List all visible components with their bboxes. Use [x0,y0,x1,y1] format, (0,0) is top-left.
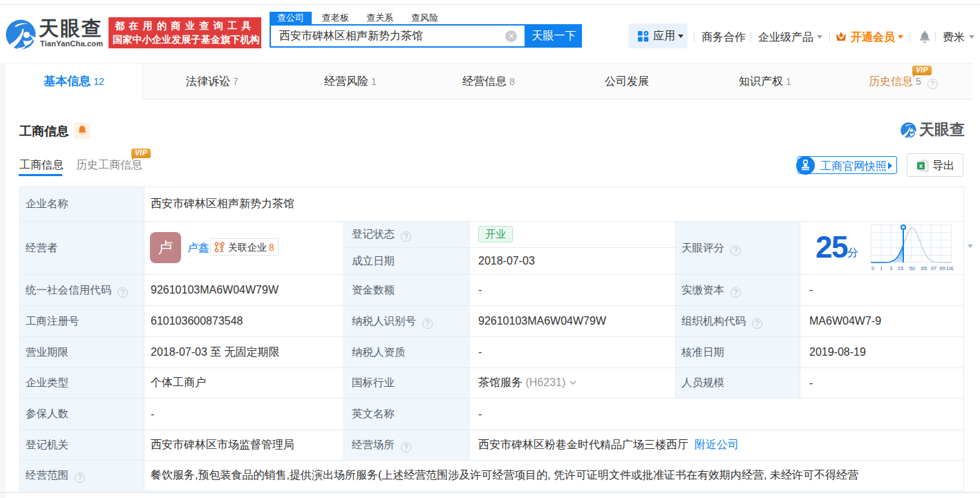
svg-text:85: 85 [921,265,927,271]
svg-text:3: 3 [889,265,892,271]
svg-text:100: 100 [946,265,954,271]
svg-text:1: 1 [880,265,883,271]
svg-text:97: 97 [931,265,936,271]
svg-text:50: 50 [910,265,915,271]
svg-text:x: x [919,162,923,169]
svg-text:0: 0 [871,265,874,271]
svg-text:99: 99 [939,265,945,271]
svg-text:15: 15 [898,265,903,271]
